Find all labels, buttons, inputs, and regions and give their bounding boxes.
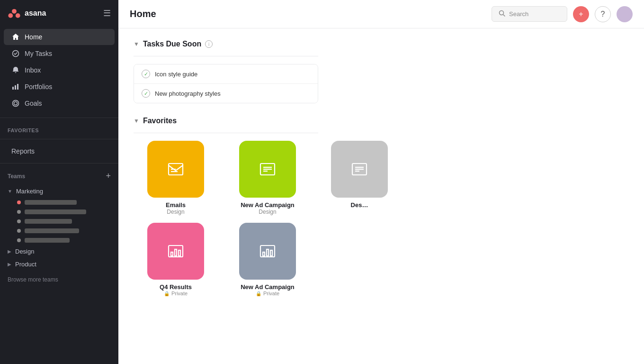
new-ad-campaign-2-card-name: New Ad Campaign — [241, 283, 295, 291]
nav-my-tasks[interactable]: My Tasks — [4, 46, 115, 62]
emails-card-sub: Design — [167, 209, 184, 215]
emails-card-icon — [147, 141, 204, 198]
marketing-projects — [0, 198, 118, 245]
chevron-right-icon: ▶ — [8, 262, 11, 267]
main-area: Home Search + ? ▼ Tasks Due Soon i — [118, 0, 644, 364]
browse-more-teams-link[interactable]: Browse more teams — [0, 271, 118, 289]
section-divider — [134, 56, 318, 56]
project-dot-icon — [17, 219, 21, 223]
search-box[interactable]: Search — [492, 6, 567, 22]
favorites-title: Favorites — [143, 117, 177, 125]
nav-reports[interactable]: Reports — [4, 144, 115, 159]
check-circle-icon — [11, 49, 20, 58]
search-placeholder: Search — [509, 10, 528, 18]
task-item[interactable]: ✓ Icon style guide — [134, 64, 318, 84]
favorites-section: ▼ Favorites Emails Desi — [134, 117, 629, 296]
favorite-card-emails[interactable]: Emails Design — [134, 141, 218, 215]
tasks-list: ✓ Icon style guide ✓ New photography sty… — [134, 64, 318, 103]
marketing-team-item[interactable]: ▼ Marketing — [0, 185, 118, 198]
favorite-card-new-ad-campaign-1[interactable]: New Ad Campaign Design — [225, 141, 310, 215]
info-icon[interactable]: i — [205, 40, 213, 48]
marketing-project-item[interactable] — [4, 198, 118, 207]
collapse-icon: ▼ — [134, 41, 139, 47]
favorites-section-header[interactable]: ▼ Favorites — [134, 117, 629, 125]
tasks-due-soon-section: ▼ Tasks Due Soon i ✓ Icon style guide ✓ … — [134, 40, 629, 103]
task-check-icon[interactable]: ✓ — [142, 89, 150, 98]
favorite-card-new-ad-campaign-2[interactable]: New Ad Campaign 🔒 Private — [225, 223, 310, 296]
svg-rect-5 — [15, 85, 16, 90]
project-dot-icon — [17, 200, 21, 204]
svg-point-9 — [500, 11, 504, 15]
marketing-project-item[interactable] — [4, 207, 118, 217]
des-card-name: Des… — [351, 201, 368, 209]
marketing-project-item[interactable] — [4, 217, 118, 226]
des-card-icon — [331, 141, 388, 198]
q4-results-card-icon — [147, 223, 204, 280]
topbar: Home Search + ? — [118, 0, 644, 28]
home-icon — [11, 33, 20, 41]
new-ad-campaign-1-card-sub: Design — [259, 209, 276, 215]
teams-label: Teams — [8, 173, 25, 180]
emails-card-name: Emails — [166, 201, 186, 209]
svg-point-7 — [13, 100, 19, 107]
svg-point-1 — [8, 13, 13, 18]
design-team-label: Design — [15, 248, 34, 255]
svg-rect-23 — [175, 249, 177, 256]
design-team-item[interactable]: ▶ Design — [0, 245, 118, 258]
nav-goals[interactable]: Goals — [4, 95, 115, 111]
teams-header: Teams + — [0, 167, 118, 185]
task-check-icon[interactable]: ✓ — [142, 70, 150, 78]
svg-rect-28 — [270, 250, 272, 256]
svg-rect-27 — [267, 249, 268, 256]
task-item[interactable]: ✓ New photography styles — [134, 84, 318, 103]
favorites-section-label: Favorites — [0, 122, 118, 135]
sidebar-logo-area: asana ☰ — [0, 0, 118, 27]
page-title: Home — [130, 9, 156, 19]
svg-rect-4 — [12, 87, 14, 90]
goals-icon — [11, 99, 20, 108]
collapse-icon: ▼ — [134, 118, 139, 124]
svg-point-8 — [14, 102, 18, 105]
nav-inbox[interactable]: Inbox — [4, 62, 115, 78]
section-divider — [134, 133, 318, 133]
main-content: ▼ Tasks Due Soon i ✓ Icon style guide ✓ … — [118, 28, 644, 364]
favorites-grid: Emails Design New Ad Campaign Desi — [134, 141, 408, 296]
bar-chart-icon — [11, 82, 20, 91]
bell-icon — [11, 66, 20, 74]
marketing-project-item[interactable] — [4, 226, 118, 236]
search-icon — [499, 10, 505, 18]
chevron-down-icon: ▼ — [8, 189, 12, 194]
nav-home[interactable]: Home — [4, 29, 115, 45]
task-name: Icon style guide — [155, 71, 197, 78]
create-button[interactable]: + — [573, 6, 589, 22]
add-team-button[interactable]: + — [106, 171, 111, 181]
new-ad-campaign-1-card-name: New Ad Campaign — [241, 201, 295, 209]
help-button[interactable]: ? — [595, 6, 611, 22]
chevron-right-icon: ▶ — [8, 249, 11, 254]
project-dot-icon — [17, 238, 21, 242]
nav-portfolios[interactable]: Portfolios — [4, 79, 115, 95]
svg-rect-26 — [263, 252, 265, 256]
marketing-project-item[interactable] — [4, 236, 118, 245]
project-dot-icon — [17, 229, 21, 233]
new-ad-campaign-1-card-icon — [239, 141, 296, 198]
topbar-actions: Search + ? — [492, 6, 633, 22]
svg-point-0 — [12, 9, 17, 14]
favorite-card-des[interactable]: Des… — [317, 141, 402, 215]
product-team-label: Product — [15, 261, 36, 268]
new-ad-campaign-2-private-label: 🔒 Private — [256, 291, 279, 296]
q4-results-private-label: 🔒 Private — [164, 291, 188, 296]
svg-rect-24 — [179, 250, 180, 256]
tasks-due-soon-header[interactable]: ▼ Tasks Due Soon i — [134, 40, 629, 48]
svg-rect-6 — [17, 84, 18, 90]
svg-rect-22 — [171, 252, 173, 256]
asana-logo[interactable]: asana — [8, 7, 46, 20]
new-ad-campaign-2-card-icon — [239, 223, 296, 280]
lock-icon: 🔒 — [164, 291, 170, 296]
menu-toggle-icon[interactable]: ☰ — [103, 8, 111, 18]
tasks-due-soon-title: Tasks Due Soon — [143, 40, 201, 48]
user-avatar[interactable] — [617, 6, 633, 22]
favorite-card-q4-results[interactable]: Q4 Results 🔒 Private — [134, 223, 218, 296]
task-name: New photography styles — [155, 90, 221, 97]
product-team-item[interactable]: ▶ Product — [0, 258, 118, 271]
